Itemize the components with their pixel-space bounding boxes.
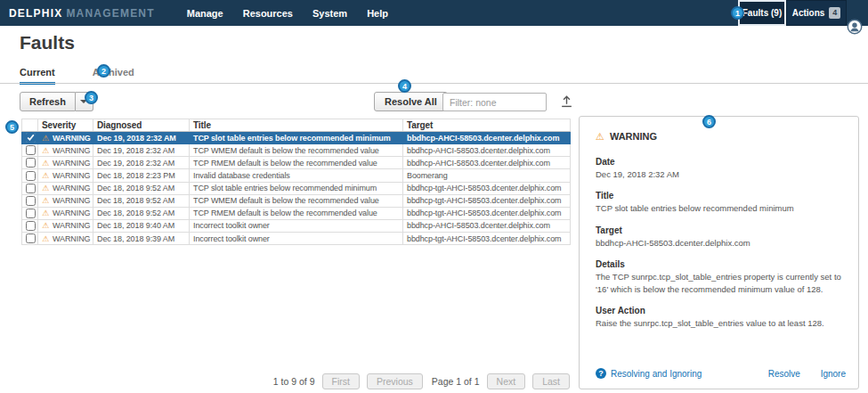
user-profile-icon[interactable] — [847, 19, 863, 35]
title-cell: Incorrect toolkit owner — [190, 233, 403, 245]
next-page-button[interactable]: Next — [487, 373, 526, 389]
faults-table-body: WARNING Dec 19, 2018 2:32 AM TCP slot ta… — [22, 132, 571, 245]
nav-item-resources[interactable]: Resources — [243, 8, 293, 19]
detail-field-label: Title — [596, 191, 842, 201]
nav-item-system[interactable]: System — [312, 8, 347, 19]
checkbox-cell — [22, 233, 38, 245]
resolving-ignoring-link[interactable]: ? Resolving and Ignoring — [596, 368, 702, 379]
target-cell: bbdhcp-AHCI-58503.dcenter.delphix.com — [403, 144, 571, 157]
severity-cell: WARNING — [38, 144, 93, 157]
detail-field: User Action Raise the sunrpc.tcp_slot_ta… — [596, 306, 842, 330]
detail-field-value: TCP slot table entries below recommended… — [596, 202, 842, 215]
filter-input[interactable] — [442, 93, 547, 111]
fault-row[interactable]: WARNING Dec 19, 2018 2:32 AM TCP slot ta… — [22, 132, 571, 144]
resolve-all-button[interactable]: Resolve All — [374, 92, 448, 111]
target-cell: bbdhcp-AHCI-58503.dcenter.delphix.com — [403, 219, 571, 232]
column-header-title[interactable]: Title — [190, 119, 403, 132]
fault-row[interactable]: WARNING Dec 18, 2018 2:23 PM Invalid dat… — [22, 169, 571, 182]
upload-arrow-icon — [560, 94, 573, 108]
fault-row[interactable]: WARNING Dec 18, 2018 9:52 AM TCP WMEM de… — [22, 194, 571, 207]
annotation-badge-4: 4 — [398, 79, 411, 93]
severity-text: WARNING — [53, 146, 90, 155]
row-checkbox[interactable] — [26, 171, 36, 181]
detail-field: Details The TCP sunrpc.tcp_slot_table_en… — [596, 259, 842, 297]
detail-severity-text: WARNING — [610, 131, 657, 142]
severity-text: WARNING — [53, 234, 90, 243]
diagnosed-cell: Dec 19, 2018 2:32 AM — [93, 157, 190, 169]
row-checkbox[interactable] — [26, 133, 36, 143]
diagnosed-cell: Dec 18, 2018 9:40 AM — [93, 219, 190, 232]
logo-text: DELPHIX — [9, 7, 62, 20]
row-checkbox[interactable] — [26, 233, 36, 243]
fault-detail-panel: WARNING Date Dec 19, 2018 2:32 AM Title … — [579, 116, 859, 389]
warning-icon — [42, 221, 53, 230]
resolve-link[interactable]: Resolve — [768, 369, 800, 379]
annotation-badge-2: 2 — [97, 64, 110, 78]
row-checkbox[interactable] — [26, 221, 36, 231]
tab-bar: Current Archived — [20, 67, 172, 85]
column-header-target[interactable]: Target — [403, 119, 571, 132]
title-cell: Invalid database credentials — [190, 169, 403, 182]
fault-row[interactable]: WARNING Dec 19, 2018 2:32 AM TCP WMEM de… — [22, 144, 571, 157]
detail-field-label: Date — [596, 157, 842, 167]
actions-count-badge: 4 — [829, 7, 840, 19]
severity-text: WARNING — [53, 196, 90, 205]
severity-cell: WARNING — [38, 233, 93, 245]
fault-row[interactable]: WARNING Dec 18, 2018 9:52 AM TCP slot ta… — [22, 182, 571, 194]
first-page-button[interactable]: First — [322, 373, 360, 389]
ignore-link[interactable]: Ignore — [821, 369, 846, 379]
page-title: Faults — [20, 32, 75, 53]
delphix-logo: DELPHIXMANAGEMENT — [9, 7, 155, 20]
previous-page-button[interactable]: Previous — [367, 373, 423, 389]
detail-severity-heading: WARNING — [596, 131, 842, 143]
diagnosed-cell: Dec 18, 2018 9:52 AM — [93, 207, 190, 219]
faults-nav-button[interactable]: Faults (9) — [738, 0, 786, 26]
fault-row[interactable]: WARNING Dec 19, 2018 2:32 AM TCP RMEM de… — [22, 157, 571, 169]
refresh-split-button: Refresh — [20, 92, 93, 111]
target-cell: bbdhcp-tgt-AHCI-58503.dcenter.delphix.co… — [403, 207, 571, 219]
warning-icon — [42, 146, 53, 155]
target-cell: Boomerang — [403, 169, 571, 182]
checkbox-cell — [22, 144, 38, 157]
row-checkbox[interactable] — [26, 196, 36, 206]
severity-text: WARNING — [53, 184, 90, 192]
detail-field-value: The TCP sunrpc.tcp_slot_table_entries pr… — [596, 271, 842, 297]
diagnosed-cell: Dec 19, 2018 2:32 AM — [93, 144, 190, 157]
severity-cell: WARNING — [38, 207, 93, 219]
column-header-diagnosed[interactable]: Diagnosed — [93, 119, 190, 132]
detail-field-label: Target — [596, 225, 842, 235]
checkbox-cell — [22, 207, 38, 219]
export-icon[interactable] — [558, 94, 574, 111]
checkbox-cell — [22, 157, 38, 169]
last-page-button[interactable]: Last — [532, 373, 570, 389]
row-checkbox[interactable] — [26, 145, 36, 155]
checkbox-column-header — [22, 119, 38, 132]
header-row: Severity Diagnosed Title Target — [22, 119, 571, 132]
pagination: 1 to 9 of 9 First Previous Page 1 of 1 N… — [21, 373, 570, 389]
annotation-badge-6: 6 — [702, 115, 716, 128]
warning-icon — [42, 159, 53, 168]
help-link-label: Resolving and Ignoring — [611, 369, 702, 379]
nav-item-manage[interactable]: Manage — [187, 8, 223, 19]
tab-current[interactable]: Current — [20, 67, 55, 85]
actions-nav-button[interactable]: Actions 4 — [786, 0, 847, 26]
target-cell: bbdhcp-AHCI-58503.dcenter.delphix.com — [403, 132, 571, 144]
title-cell: TCP RMEM default is below the recommende… — [190, 157, 403, 169]
column-header-severity[interactable]: Severity — [38, 119, 93, 132]
row-checkbox[interactable] — [26, 184, 36, 193]
warning-icon — [42, 134, 53, 143]
nav-item-help[interactable]: Help — [367, 8, 388, 19]
fault-row[interactable]: WARNING Dec 18, 2018 9:52 AM TCP RMEM de… — [22, 207, 571, 219]
fault-row[interactable]: WARNING Dec 18, 2018 9:39 AM Incorrect t… — [22, 233, 571, 245]
nav-right-group: Faults (9) Actions 4 — [738, 0, 847, 26]
detail-field-value: Raise the sunrpc.tcp_slot_table_entries … — [596, 317, 842, 330]
target-cell: bbdhcp-tgt-AHCI-58503.dcenter.delphix.co… — [403, 233, 571, 245]
checkbox-cell — [22, 194, 38, 207]
fault-row[interactable]: WARNING Dec 18, 2018 9:40 AM Incorrect t… — [22, 219, 571, 232]
row-checkbox[interactable] — [26, 158, 36, 168]
annotation-badge-5: 5 — [5, 120, 19, 134]
row-checkbox[interactable] — [26, 209, 36, 218]
severity-text: WARNING — [53, 209, 90, 217]
refresh-button[interactable]: Refresh — [20, 92, 76, 111]
faults-nav-label: Faults (9) — [742, 8, 782, 18]
